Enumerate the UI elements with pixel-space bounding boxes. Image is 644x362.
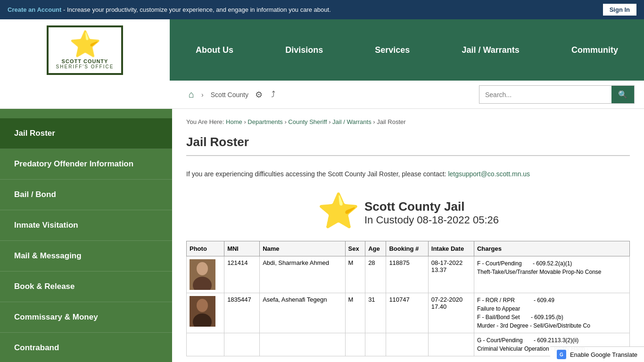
sidebar-item-bail-bond[interactable]: Bail / Bond	[0, 180, 172, 210]
content-area: You Are Here: Home › Departments › Count…	[172, 109, 644, 362]
logo-county-name: SCOTT COUNTY	[62, 58, 108, 64]
intake-date-cell: 08-17-202213.37	[428, 256, 474, 293]
top-banner: Create an Account - Increase your produc…	[0, 0, 644, 19]
nav-jail-warrants[interactable]: Jail / Warrants	[452, 41, 528, 60]
search-area: 🔍	[479, 85, 635, 104]
translate-label: Enable Google Translate	[570, 351, 637, 358]
charges-cell: F - ROR / RPR - 609.49 Failure to Appear…	[474, 293, 629, 333]
name-cell: Abdi, Sharmarke Ahmed	[260, 256, 345, 293]
settings-icon[interactable]: ⚙	[253, 88, 264, 102]
photo-cell	[187, 293, 224, 333]
info-text: If you are experiencing difficulties acc…	[186, 165, 630, 182]
inmate-photo-1	[190, 259, 215, 290]
logo-office-name: SHERIFF'S OFFICE	[56, 64, 114, 69]
jail-custody-date: In Custody 08-18-2022 05:26	[364, 214, 499, 226]
name-cell	[260, 333, 345, 356]
col-booking: Booking #	[386, 241, 428, 256]
search-button[interactable]: 🔍	[611, 86, 634, 103]
age-cell: 31	[365, 293, 386, 333]
secondary-nav-left: ⌂ › Scott County ⚙ ⤴	[189, 88, 277, 102]
col-name: Name	[260, 241, 345, 256]
you-are-here: You Are Here:	[186, 118, 224, 125]
nav-header: ⭐ SCOTT COUNTY SHERIFF'S OFFICE About Us…	[0, 19, 644, 81]
sign-in-button[interactable]: Sign In	[603, 4, 636, 16]
sidebar-item-predatory-offender[interactable]: Predatory Offender Information	[0, 149, 172, 180]
sheriff-star-icon: ⭐	[69, 31, 101, 57]
age-cell: 28	[365, 256, 386, 293]
support-email-link[interactable]: letgsupport@co.scott.mn.us	[448, 170, 530, 178]
sidebar-item-contraband[interactable]: Contraband	[0, 333, 172, 362]
main-layout: Jail Roster Predatory Offender Informati…	[0, 109, 644, 362]
sidebar-item-jail-roster[interactable]: Jail Roster	[0, 118, 172, 149]
secondary-nav: ⌂ › Scott County ⚙ ⤴ 🔍	[0, 81, 644, 109]
mni-cell: 121414	[224, 256, 260, 293]
breadcrumb-jail-warrants[interactable]: Jail / Warrants	[332, 118, 372, 125]
breadcrumb-county-sheriff[interactable]: County Sheriff	[288, 118, 327, 125]
col-age: Age	[365, 241, 386, 256]
logo-area: ⭐ SCOTT COUNTY SHERIFF'S OFFICE	[0, 19, 170, 81]
jail-name: Scott County Jail	[364, 199, 499, 214]
sex-cell	[345, 333, 365, 356]
inmate-photo-2	[190, 296, 215, 327]
banner-text: - Increase your productivity, customize …	[63, 6, 331, 13]
photo-cell	[187, 256, 224, 293]
col-charges: Charges	[474, 241, 629, 256]
roster-table: Photo MNI Name Sex Age Booking # Intake …	[186, 241, 630, 356]
page-title: Jail Roster	[186, 135, 630, 156]
table-row: 121414 Abdi, Sharmarke Ahmed M 28 118875…	[187, 256, 630, 293]
nav-divisions[interactable]: Divisions	[276, 41, 332, 60]
jail-title: Scott County Jail In Custody 08-18-2022 …	[364, 199, 499, 226]
sex-cell: M	[345, 256, 365, 293]
table-row: 1835447 Asefa, Ashenafi Tegegn M 31 1107…	[187, 293, 630, 333]
col-mni: MNI	[224, 241, 260, 256]
create-account-link[interactable]: Create an Account	[8, 6, 61, 13]
google-translate-icon: G	[557, 350, 566, 359]
jail-badge-icon: ⭐	[317, 194, 355, 231]
nav-services[interactable]: Services	[365, 41, 419, 60]
name-cell: Asefa, Ashenafi Tegegn	[260, 293, 345, 333]
sidebar-item-book-release[interactable]: Book & Release	[0, 272, 172, 302]
booking-cell: 110747	[386, 293, 428, 333]
jail-star-icon: ⭐	[317, 192, 360, 230]
sidebar-item-commissary-money[interactable]: Commissary & Money	[0, 302, 172, 333]
breadcrumb-home[interactable]: Home	[226, 118, 242, 125]
booking-cell: 118875	[386, 256, 428, 293]
sex-cell: M	[345, 293, 365, 333]
share-icon[interactable]: ⤴	[269, 88, 277, 101]
logo-box: ⭐ SCOTT COUNTY SHERIFF'S OFFICE	[47, 25, 124, 75]
svg-point-4	[197, 299, 208, 312]
col-intake-date: Intake Date	[428, 241, 474, 256]
nav-about-us[interactable]: About Us	[186, 41, 243, 60]
nav-community[interactable]: Community	[562, 41, 627, 60]
mni-cell: 1835447	[224, 293, 260, 333]
intake-date-cell: 07-22-202017.40	[428, 293, 474, 333]
sidebar: Jail Roster Predatory Offender Informati…	[0, 109, 172, 362]
booking-cell	[386, 333, 428, 356]
breadcrumb: You Are Here: Home › Departments › Count…	[186, 118, 630, 125]
charges-cell: F - Court/Pending - 609.52.2(a)(1) Theft…	[474, 256, 629, 293]
col-photo: Photo	[187, 241, 224, 256]
county-breadcrumb: Scott County	[211, 91, 248, 99]
home-icon[interactable]: ⌂	[189, 89, 194, 100]
intake-date-cell	[428, 333, 474, 356]
breadcrumb-departments[interactable]: Departments	[248, 118, 282, 125]
search-input[interactable]	[479, 87, 611, 102]
sidebar-item-inmate-visitation[interactable]: Inmate Visitation	[0, 210, 172, 241]
age-cell	[365, 333, 386, 356]
jail-header: ⭐ Scott County Jail In Custody 08-18-202…	[186, 194, 630, 231]
mni-cell	[224, 333, 260, 356]
main-navigation: About Us Divisions Services Jail / Warra…	[170, 19, 644, 81]
svg-point-1	[197, 262, 208, 275]
col-sex: Sex	[345, 241, 365, 256]
banner-message: Create an Account - Increase your produc…	[8, 6, 331, 13]
breadcrumb-current: Jail Roster	[377, 118, 405, 125]
photo-cell	[187, 333, 224, 356]
sidebar-item-mail-messaging[interactable]: Mail & Messaging	[0, 241, 172, 272]
translate-bar[interactable]: G Enable Google Translate	[550, 346, 644, 362]
